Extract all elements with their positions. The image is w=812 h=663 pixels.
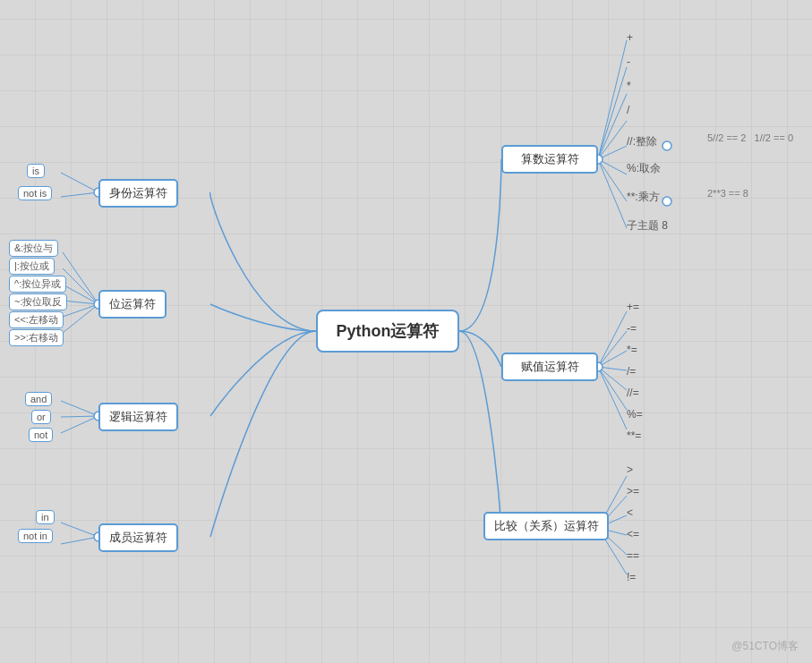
leaf-mul-eq: *= [627, 344, 637, 356]
svg-line-23 [598, 351, 627, 367]
leaf-or: or [31, 410, 51, 424]
comparison-node: 比较（关系）运算符 [483, 512, 609, 540]
svg-line-18 [598, 159, 627, 174]
leaf-div: / [627, 104, 629, 116]
svg-line-2 [63, 252, 98, 304]
leaf-and: and [25, 392, 52, 406]
leaf-mod: %:取余 [627, 161, 661, 176]
member-node: 成员运算符 [98, 523, 178, 552]
svg-point-41 [662, 141, 671, 150]
leaf-minus: - [627, 55, 630, 68]
svg-line-7 [63, 304, 98, 333]
svg-line-21 [598, 311, 627, 367]
leaf-gte: >= [627, 485, 639, 497]
leaf-div-eq: /= [627, 365, 636, 378]
leaf-or-bit: |:按位或 [9, 258, 55, 275]
leaf-not: not [29, 428, 53, 442]
leaf-plus: + [627, 31, 633, 44]
center-node: Python运算符 [316, 310, 459, 353]
svg-line-19 [598, 159, 627, 201]
svg-point-42 [662, 197, 671, 206]
leaf-floordiv: //:整除 [627, 134, 657, 149]
leaf-neq: != [627, 571, 636, 583]
svg-line-17 [598, 146, 627, 159]
leaf-pow: **:乘方 [627, 190, 660, 205]
svg-line-5 [63, 301, 98, 304]
leaf-mod-eq: %= [627, 408, 643, 421]
svg-line-8 [61, 401, 98, 416]
svg-line-13 [598, 40, 627, 159]
svg-line-10 [61, 416, 98, 433]
svg-line-27 [598, 367, 627, 429]
leaf-is: is [27, 164, 45, 178]
bitwise-node: 位运算符 [98, 290, 167, 319]
svg-line-6 [63, 304, 98, 317]
leaf-floordiv-example: 5//2 == 2 1//2 == 0 [707, 132, 793, 143]
svg-line-25 [598, 367, 627, 390]
leaf-floordiv-eq: //= [627, 387, 639, 399]
leaf-lte: <= [627, 528, 639, 540]
leaf-mul: * [627, 80, 631, 92]
arithmetic-node: 算数运算符 [501, 145, 598, 174]
leaf-lt: < [627, 506, 633, 519]
svg-line-9 [61, 416, 98, 417]
leaf-xor-bit: ^:按位异或 [9, 276, 66, 293]
svg-line-4 [63, 285, 98, 304]
svg-line-26 [598, 367, 627, 410]
svg-line-0 [61, 173, 98, 192]
svg-line-12 [61, 537, 98, 544]
svg-line-22 [598, 331, 627, 367]
svg-line-1 [61, 192, 98, 197]
leaf-minus-eq: -= [627, 322, 637, 335]
leaf-not-bit: ~:按位取反 [9, 293, 67, 310]
leaf-and-bit: &:按位与 [9, 240, 58, 257]
leaf-lshift: <<:左移动 [9, 311, 64, 328]
leaf-eq: == [627, 549, 639, 562]
leaf-not-in: not in [18, 529, 53, 543]
center-label: Python运算符 [337, 320, 440, 342]
leaf-subtopic8: 子主题 8 [627, 218, 668, 234]
svg-line-3 [63, 268, 98, 304]
svg-line-20 [598, 159, 627, 228]
leaf-in: in [36, 510, 55, 524]
leaf-rshift: >>:右移动 [9, 329, 64, 346]
watermark: @51CTO博客 [731, 639, 799, 654]
svg-line-15 [598, 94, 627, 159]
leaf-not-is: not is [18, 186, 52, 200]
leaf-gt: > [627, 463, 633, 476]
leaf-plus-eq: += [627, 301, 639, 313]
identity-node: 身份运算符 [98, 179, 178, 208]
svg-line-11 [61, 523, 98, 537]
leaf-pow-example: 2**3 == 8 [707, 188, 748, 199]
svg-line-16 [598, 121, 627, 159]
svg-line-14 [598, 67, 627, 159]
svg-line-24 [598, 367, 627, 370]
assignment-node: 赋值运算符 [501, 353, 598, 381]
leaf-pow-eq: **= [627, 429, 641, 442]
logic-node: 逻辑运算符 [98, 403, 178, 431]
